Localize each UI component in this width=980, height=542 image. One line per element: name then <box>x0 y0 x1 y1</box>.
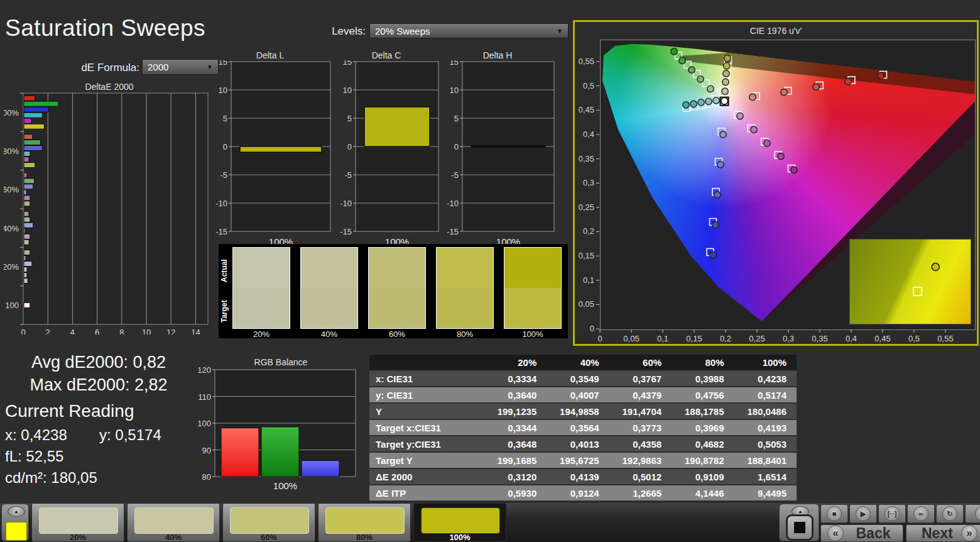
svg-text:-15: -15 <box>215 227 227 236</box>
svg-text:5: 5 <box>223 114 227 123</box>
table-cell: 0,9124 <box>547 485 609 501</box>
svg-text:0,15: 0,15 <box>579 251 594 260</box>
next-button[interactable]: Next » <box>906 524 980 542</box>
patch-button-80%[interactable]: 80% <box>318 503 411 542</box>
table-row: y: CIE310,36400,40070,43790,47560,5174 <box>369 387 797 402</box>
swatch-label: 40% <box>300 329 358 339</box>
page-title: Saturation Sweeps <box>5 15 205 41</box>
patch-swatch <box>134 507 214 534</box>
delta_h-chart-title: Delta H <box>438 50 557 60</box>
table-cell: 1,2665 <box>609 485 672 501</box>
table-cell: 0,4007 <box>547 387 609 402</box>
target-swatch <box>233 288 290 328</box>
up-arrow-icon: ▲ <box>798 509 803 514</box>
table-header-row: 20%40%60%80%100% <box>369 355 797 370</box>
delta-l-chart: Delta L-15-10-5051015100% <box>207 50 333 249</box>
svg-text:0,55: 0,55 <box>579 57 594 66</box>
actual-swatch <box>369 248 425 288</box>
table-cell: 0,3344 <box>484 420 547 435</box>
row-label: y: CIE31 <box>369 387 484 402</box>
swatch-column: 60% <box>368 247 426 339</box>
infinity-button[interactable]: ∞ <box>907 504 935 523</box>
table-cell: 0,4193 <box>734 420 797 435</box>
patch-button-100%[interactable]: 100% <box>413 503 506 542</box>
refresh-button[interactable]: ↻ <box>936 504 964 523</box>
row-label: x: CIE31 <box>369 371 484 386</box>
target-axis-label: Target <box>220 292 229 331</box>
levels-select[interactable]: 20% Sweeps ▼ <box>369 23 569 38</box>
table-row: ΔE 20000,31200,41390,50120,91091,6514 <box>369 469 797 484</box>
current-patch-swatch <box>6 522 27 541</box>
svg-text:-5: -5 <box>451 170 459 180</box>
table-cell: 0,5174 <box>734 387 797 402</box>
table-cell: 0,9109 <box>672 469 734 484</box>
svg-text:10: 10 <box>219 86 227 95</box>
back-label: Back <box>856 525 891 542</box>
patch-button-40%[interactable]: 40% <box>127 503 220 542</box>
svg-text:0,05: 0,05 <box>623 334 639 343</box>
back-button[interactable]: « Back <box>820 524 903 542</box>
table-cell: 0,3648 <box>484 436 547 451</box>
black-square-icon <box>794 522 805 533</box>
delta_l-chart-title: Delta L <box>207 50 333 60</box>
svg-text:15: 15 <box>343 60 352 67</box>
svg-text:0,35: 0,35 <box>579 154 594 163</box>
svg-text:0,45: 0,45 <box>874 334 890 343</box>
target-swatch <box>369 288 425 328</box>
table-cell: 0,3564 <box>547 420 609 435</box>
cie-chart-title: CIE 1976 u'v' <box>575 26 977 36</box>
play-button[interactable]: ▶ <box>849 504 877 523</box>
patch-swatch <box>421 507 500 534</box>
delta_l-plot: -15-10-5051015100% <box>207 60 333 248</box>
blank-icon <box>975 506 980 521</box>
table-cell: 188,1785 <box>672 404 734 419</box>
measurement-table-grid: 20%40%60%80%100%x: CIE310,33340,35490,37… <box>369 353 797 502</box>
actual-axis-label: Actual <box>220 252 229 290</box>
rgb-balance-plot: 8090100110120100% <box>197 367 364 493</box>
table-cell: 0,5930 <box>484 485 547 501</box>
table-cell: 0,4139 <box>547 469 609 484</box>
swatch-column: 40% <box>300 247 358 339</box>
svg-text:110: 110 <box>198 392 211 402</box>
table-cell: 199,1685 <box>484 453 547 468</box>
rgb-balance-chart-title: RGB Balance <box>197 357 364 367</box>
svg-text:0,5: 0,5 <box>583 81 594 91</box>
svg-text:6: 6 <box>95 328 99 335</box>
pattern-window-button[interactable] <box>786 514 814 541</box>
svg-text:40%: 40% <box>4 224 19 233</box>
svg-text:100%: 100% <box>4 108 19 118</box>
patch-button-label: 40% <box>128 533 219 542</box>
actual-target-swatch <box>232 247 290 329</box>
svg-text:0,3: 0,3 <box>783 334 794 343</box>
reading-y: y: 0,5174 <box>99 426 161 443</box>
row-label: ΔE ITP <box>369 485 484 501</box>
svg-text:10: 10 <box>450 86 459 95</box>
column-header: 60% <box>609 355 672 370</box>
range-button[interactable]: [··] <box>878 504 906 523</box>
svg-text:14: 14 <box>191 328 200 335</box>
swatch-column: 80% <box>436 247 494 339</box>
svg-text:90: 90 <box>202 446 211 455</box>
table-cell: 0,4756 <box>672 387 734 402</box>
svg-text:10: 10 <box>142 328 151 335</box>
svg-text:-10: -10 <box>215 199 227 208</box>
de-formula-value: 2000 <box>148 62 168 72</box>
table-cell: 180,0486 <box>734 404 797 419</box>
row-label: ΔE 2000 <box>369 469 484 484</box>
table-cell: 9,4495 <box>734 485 797 501</box>
table-cell: 0,3767 <box>609 371 672 386</box>
stop-button[interactable]: ■ <box>820 504 848 523</box>
blank-button[interactable] <box>965 504 980 523</box>
column-header: 40% <box>547 355 609 370</box>
table-cell: 191,4704 <box>609 404 672 419</box>
collapse-up-button[interactable]: ▲ <box>8 506 25 517</box>
actual-target-swatch <box>504 247 562 329</box>
table-row: Target x:CIE310,33440,35640,37730,39690,… <box>369 420 797 435</box>
svg-text:0,35: 0,35 <box>812 334 827 343</box>
patch-button-20%[interactable]: 20% <box>31 503 124 542</box>
table-cell: 0,4379 <box>609 387 672 402</box>
patch-button-60%[interactable]: 60% <box>222 503 315 542</box>
row-label: Target y:CIE31 <box>369 436 484 451</box>
svg-text:100%: 100% <box>273 480 297 491</box>
current-patch-panel: ▲ <box>1 504 29 541</box>
